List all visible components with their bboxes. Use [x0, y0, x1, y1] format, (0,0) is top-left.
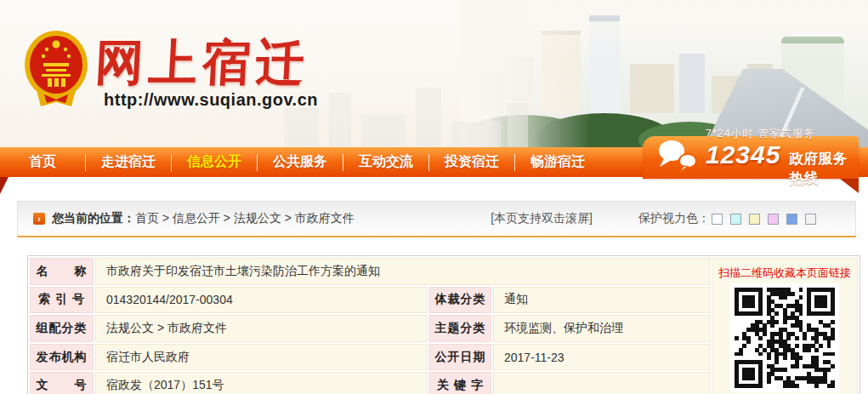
hotline-number: 12345: [706, 142, 780, 168]
label-keyword: 关 键 字: [429, 372, 491, 394]
eye-color-swatches: [712, 214, 816, 225]
chat-bubbles-icon: [655, 138, 701, 177]
breadcrumb-bar: 您当前的位置： 首页 > 信息公开 > 法规公文 > 市政府文件 [本页支持双击…: [17, 201, 856, 237]
nav-item-tour-suqian[interactable]: 畅游宿迁: [515, 153, 600, 171]
national-emblem-icon: [22, 27, 90, 112]
label-genre: 体裁分类: [429, 287, 491, 314]
eye-color-swatch[interactable]: [749, 214, 760, 225]
nav-item-home[interactable]: 首页: [0, 153, 85, 171]
qr-panel: 扫描二维码收藏本页面链接: [712, 258, 858, 394]
page: 网上宿迁 http://www.suqian.gov.cn 首页 走进宿迁 信息…: [0, 0, 868, 394]
label-topic: 主题分类: [429, 315, 491, 342]
value-keyword: [493, 372, 710, 394]
hotline-service-hours: 7*24小时 管家式服务: [706, 127, 859, 141]
label-doc-number: 文 号: [30, 372, 94, 394]
label-publish-date: 公开日期: [429, 344, 491, 371]
eye-protect-label: 保护视力色：: [638, 211, 710, 226]
site-url[interactable]: http://www.suqian.gov.cn: [104, 90, 318, 110]
value-doc-number: 宿政发（2017）151号: [95, 372, 428, 394]
hotline-label: 政府服务热线: [789, 149, 859, 188]
value-topic: 环境监测、保护和治理: [493, 315, 710, 342]
value-name: 市政府关于印发宿迁市土壤污染防治工作方案的通知: [95, 258, 710, 285]
document-metadata-table: 名 称 市政府关于印发宿迁市土壤污染防治工作方案的通知 扫描二维码收藏本页面链接…: [27, 255, 860, 394]
nav-item-info-disclosure[interactable]: 信息公开: [172, 153, 257, 171]
hotline-banner[interactable]: 7*24小时 管家式服务 12345 政府服务热线: [643, 136, 859, 179]
eye-color-swatch[interactable]: [730, 214, 741, 225]
eye-color-swatch[interactable]: [786, 214, 797, 225]
eye-color-swatch[interactable]: [805, 214, 816, 225]
breadcrumb-prefix: 您当前的位置：: [52, 211, 135, 226]
value-publish-date: 2017-11-23: [493, 344, 710, 371]
nav-left-fold: [0, 177, 9, 194]
value-publisher: 宿迁市人民政府: [95, 344, 428, 371]
double-click-scroll-tip: [本页支持双击滚屏]: [491, 211, 593, 226]
nav-item-invest-suqian[interactable]: 投资宿迁: [429, 153, 514, 171]
value-category: 法规公文 > 市政府文件: [95, 315, 428, 342]
value-genre: 通知: [493, 287, 710, 314]
skyline-watermark: [285, 73, 540, 147]
nav-item-public-services[interactable]: 公共服务: [258, 153, 343, 171]
label-name: 名 称: [30, 258, 94, 285]
eye-color-swatch[interactable]: [768, 214, 779, 225]
value-index-number: 014320144/2017-00304: [95, 287, 428, 314]
label-index-number: 索 引 号: [30, 287, 94, 314]
breadcrumb-path[interactable]: 首页 > 信息公开 > 法规公文 > 市政府文件: [135, 211, 355, 226]
label-publisher: 发布机构: [30, 344, 94, 371]
breadcrumb-arrow-icon: [33, 213, 45, 225]
site-header: 网上宿迁 http://www.suqian.gov.cn: [0, 0, 868, 147]
nav-item-about-suqian[interactable]: 走进宿迁: [86, 153, 171, 171]
nav-item-interaction[interactable]: 互动交流: [343, 153, 428, 171]
site-title: 网上宿迁: [94, 31, 311, 96]
label-category: 组配分类: [30, 315, 94, 342]
table-row: 名 称 市政府关于印发宿迁市土壤污染防治工作方案的通知 扫描二维码收藏本页面链接: [30, 258, 858, 285]
eye-color-swatch[interactable]: [712, 214, 723, 225]
qr-code: [730, 283, 839, 392]
qr-caption: 扫描二维码收藏本页面链接: [712, 266, 857, 281]
